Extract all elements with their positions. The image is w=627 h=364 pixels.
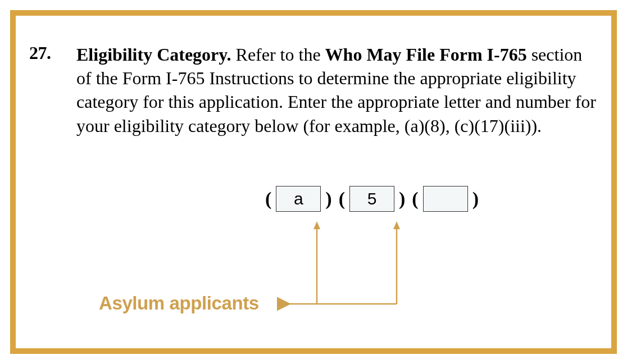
paren-close-3: ) [469,188,482,210]
outer-frame: 27. Eligibility Category. Refer to the W… [10,10,617,354]
paren-open-3: ( [408,188,421,210]
category-box-3[interactable] [423,186,468,212]
svg-marker-2 [313,221,320,229]
paren-close-2: ) [396,188,408,210]
paren-close-1: ) [322,188,335,210]
who-may-file-bold: Who May File Form I-765 [325,44,527,65]
text-segment-1: Refer to the [231,44,325,65]
eligibility-heading: Eligibility Category. [76,44,231,65]
category-row: ( a ) ( 5 ) ( ) [262,186,482,212]
form-item: 27. Eligibility Category. Refer to the W… [26,43,599,138]
paren-open-1: ( [262,188,275,210]
annotation-label: Asylum applicants [99,293,259,314]
svg-marker-4 [393,221,400,229]
item-text: Eligibility Category. Refer to the Who M… [76,43,599,138]
category-box-1[interactable]: a [276,186,321,212]
category-box-2[interactable]: 5 [349,186,394,212]
item-number: 27. [26,43,76,138]
paren-open-2: ( [335,188,348,210]
